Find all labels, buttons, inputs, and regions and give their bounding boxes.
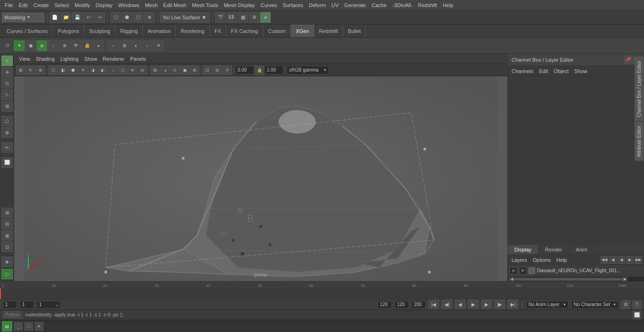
tab-animation[interactable]: Animation xyxy=(143,24,176,37)
status-help-btn[interactable]: ? xyxy=(633,300,641,309)
paint-tool[interactable]: ⬡ xyxy=(133,12,143,23)
edge-tab-attribute-editor[interactable]: Attribute Editor xyxy=(635,121,644,161)
marquee-btn[interactable]: ⬜ xyxy=(1,157,13,168)
play-fwd-btn[interactable]: ▶ xyxy=(468,300,479,310)
vp-menu-view[interactable]: View xyxy=(16,55,33,63)
channel-menu-edit[interactable]: Edit xyxy=(537,67,550,75)
vp-menu-shading[interactable]: Shading xyxy=(33,55,58,63)
outline-btn[interactable]: ⬦ xyxy=(108,65,117,75)
camera-move-tool[interactable]: ⊞ xyxy=(16,65,25,75)
tab-bullet[interactable]: Bullet xyxy=(343,24,366,37)
isolate-btn[interactable]: ⊡ xyxy=(203,65,212,75)
settings-gear-icon[interactable]: ⚙ xyxy=(2,40,13,51)
play-next-key-btn[interactable]: |▶ xyxy=(495,300,505,310)
menu-help[interactable]: Help xyxy=(440,1,456,9)
play-next-frame-btn[interactable]: ▶ xyxy=(481,300,492,310)
anim-layer-selector[interactable]: No Anim Layer ▼ xyxy=(526,301,569,308)
menu-select[interactable]: Select xyxy=(52,1,72,9)
gamma-dropdown[interactable]: sRGB gamma xyxy=(287,66,329,74)
layers-menu-layers[interactable]: Layers xyxy=(510,256,529,264)
vp-menu-renderer[interactable]: Renderer xyxy=(100,55,127,63)
xgen-tool-4[interactable]: ↓ xyxy=(48,40,58,51)
paint-btn[interactable]: ✏ xyxy=(1,142,13,153)
window-maximize-btn[interactable]: □ xyxy=(25,322,33,331)
snap-tool[interactable]: ⊕ xyxy=(144,12,155,23)
undo-btn[interactable]: ↩ xyxy=(83,12,94,23)
menu-file[interactable]: File xyxy=(2,1,16,9)
size-value[interactable]: 1.00 xyxy=(264,66,283,74)
layer-v-toggle[interactable]: V xyxy=(510,267,517,275)
menu-generate[interactable]: Generate xyxy=(341,1,369,9)
menu-3dto[interactable]: -3DtoAll- xyxy=(389,1,415,9)
menu-modify[interactable]: Modify xyxy=(72,1,92,9)
shadow-btn[interactable]: ◑ xyxy=(88,65,98,75)
soft-select-btn[interactable]: ⬡ xyxy=(1,116,13,126)
textured-btn[interactable]: ⬢ xyxy=(68,65,78,75)
status-frame-indicator[interactable]: 1 ▼ xyxy=(37,301,60,308)
viewport-3d[interactable]: 8 B 89 X Y Z persp xyxy=(14,76,507,281)
motionblur-btn[interactable]: ≋ xyxy=(128,65,137,75)
move-tool-btn[interactable]: ✛ xyxy=(1,67,13,77)
redo-btn[interactable]: ↪ xyxy=(95,12,105,23)
vp-menu-show[interactable]: Show xyxy=(82,55,100,63)
tab-fx[interactable]: FX xyxy=(210,24,226,37)
layer-color-swatch[interactable] xyxy=(528,267,535,274)
status-total[interactable]: 200 xyxy=(412,301,426,308)
aa-btn[interactable]: ◻ xyxy=(118,65,127,75)
ao-btn[interactable]: ◐ xyxy=(98,65,107,75)
tab-fx-caching[interactable]: FX Caching xyxy=(226,24,263,37)
menu-deform[interactable]: Deform xyxy=(306,1,329,9)
window-maya-btn[interactable]: M xyxy=(2,321,12,332)
tab-rendering[interactable]: Rendering xyxy=(176,24,210,37)
layer-nav-first[interactable]: ◀◀ xyxy=(601,256,608,264)
frame-btn[interactable]: ⊟ xyxy=(213,65,222,75)
display-tool-3[interactable]: ⊠ xyxy=(1,230,13,241)
tab-xgen[interactable]: XGen xyxy=(291,24,314,37)
menu-curves[interactable]: Curves xyxy=(258,1,280,9)
menu-uv[interactable]: UV xyxy=(329,1,341,9)
display-tool-1[interactable]: ⊞ xyxy=(1,208,13,218)
play-prev-key-btn[interactable]: ◀| xyxy=(442,300,452,310)
xgen-tool-13[interactable]: ✕ xyxy=(153,40,164,51)
hypershade-btn[interactable]: ● xyxy=(260,12,271,23)
tab-rigging[interactable]: Rigging xyxy=(116,24,143,37)
hud-btn[interactable]: ▣ xyxy=(180,65,190,75)
pivot-btn[interactable]: ⊕ xyxy=(190,65,199,75)
tab-polygons[interactable]: Polygons xyxy=(53,24,84,37)
new-file-btn[interactable]: 📄 xyxy=(50,12,60,23)
horizontal-scrollbar[interactable]: ◀ ▶ xyxy=(508,276,644,281)
camera-zoom-tool[interactable]: ⊕ xyxy=(36,65,45,75)
snap-to-btn[interactable]: ⊕ xyxy=(1,127,13,138)
play-prev-frame-btn[interactable]: ◀ xyxy=(455,300,465,310)
menu-surfaces[interactable]: Surfaces xyxy=(280,1,306,9)
vp-menu-panels[interactable]: Panels xyxy=(127,55,149,63)
layer-nav-next[interactable]: ▶ xyxy=(626,256,634,264)
menu-mesh-display[interactable]: Mesh Display xyxy=(221,1,258,9)
menu-edit[interactable]: Edit xyxy=(16,1,31,9)
save-file-btn[interactable]: 💾 xyxy=(72,12,83,23)
xgen-tool-3[interactable]: ◈ xyxy=(37,40,47,51)
xgen-tool-6[interactable]: 👁 xyxy=(71,40,81,51)
open-file-btn[interactable]: 📁 xyxy=(61,12,71,23)
xgen-bottom-btn[interactable]: ⬡ xyxy=(1,269,13,279)
lasso-tool[interactable]: ⬢ xyxy=(122,12,132,23)
panel-pin-btn[interactable]: 📌 xyxy=(624,56,632,64)
light-btn[interactable]: ☀ xyxy=(78,65,88,75)
xgen-tool-8[interactable]: ⬥ xyxy=(93,40,104,51)
xgen-tool-5[interactable]: ⊕ xyxy=(59,40,70,51)
tab-redshift[interactable]: Redshift xyxy=(314,24,343,37)
xgen-tool-9[interactable]: ⬦ xyxy=(108,40,118,51)
xgen-tool-11[interactable]: ⬧ xyxy=(131,40,141,51)
rotate-tool-btn[interactable]: ↻ xyxy=(1,78,13,89)
menu-cache[interactable]: Cache xyxy=(369,1,389,9)
lower-tab-anim[interactable]: Anim xyxy=(569,245,594,254)
lower-tab-display[interactable]: Display xyxy=(508,245,538,254)
status-settings-btn[interactable]: ⚙ xyxy=(621,300,630,309)
ipr-btn[interactable]: ▦ xyxy=(238,12,248,23)
frame-indicator-arrow[interactable]: ▼ xyxy=(55,304,59,308)
play-fwd-end-btn[interactable]: ▶| xyxy=(508,300,518,310)
xgen-tool-12[interactable]: ⬨ xyxy=(142,40,152,51)
timeline-ruler[interactable]: 1 10 20 30 40 50 60 70 80 90 100 110 108… xyxy=(0,282,644,290)
layer-nav-last[interactable]: ▶▶ xyxy=(635,256,642,264)
xgen-tool-1[interactable]: ✦ xyxy=(14,40,25,51)
